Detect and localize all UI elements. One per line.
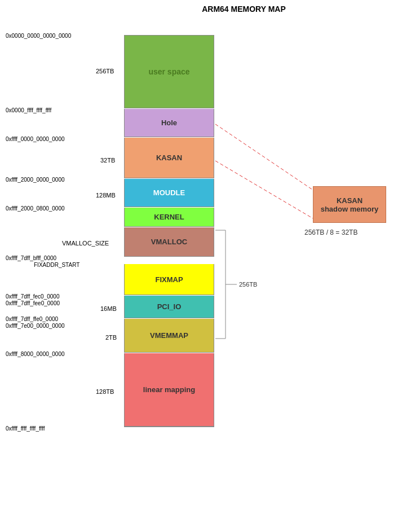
block-hole: Hole [124,109,214,137]
block-fixmap: FIXMAP [124,264,214,295]
addr-linear-bottom: 0xffff_ffff_ffff_ffff [6,425,45,432]
addr-linear-top: 0xffff_8000_0000_0000 [6,351,65,357]
svg-line-6 [215,161,316,220]
block-kernel: KERNEL [124,208,214,227]
addr-moudle-top: 0xffff_2000_0000_0000 [6,177,65,183]
block-user-space: user space [124,35,214,108]
size-128mb: 128MB [96,192,116,199]
addr-fixaddr-start: FIXADDR_START [34,262,79,268]
kasan-shadow-box: KASAN shadow memory [313,186,386,223]
addr-hole-top: 0x0000_ffff_ffff_ffff [6,107,51,113]
block-kasan: KASAN [124,138,214,178]
block-moudle: MOUDLE [124,179,214,207]
size-256tb-user: 256TB [96,68,114,74]
page-title: ARM64 MEMORY MAP [68,5,420,14]
size-16mb: 16MB [100,305,117,312]
addr-kasan-top: 0xffff_0000_0000_0000 [6,136,65,142]
addr-kernel-top: 0xffff_2000_0800_0000 [6,205,65,212]
block-pciio: PCI_IO [124,296,214,318]
block-vmalloc: VMALLOC [124,227,214,257]
addr-pciio-top2: 0xffff_7dff_fee0_0000 [6,300,60,306]
block-linear: linear mapping [124,353,214,427]
svg-line-5 [215,124,316,192]
addr-0: 0x0000_0000_0000_0000 [6,33,71,39]
block-vmemmap: VMEMMAP [124,319,214,353]
size-32tb: 32TB [100,157,115,164]
svg-text:256TB: 256TB [239,281,257,288]
addr-vmemmap-top2: 0xffff_7e00_0000_0000 [6,323,65,329]
block-bottom-border [124,427,214,427]
size-2tb: 2TB [105,334,117,341]
addr-vmemmap-top1: 0xffff_7dff_ffe0_0000 [6,316,58,322]
addr-pciio-top1: 0xffff_7dff_fec0_0000 [6,293,59,300]
size-vmalloc: VMALLOC_SIZE [62,240,109,247]
diagram-container: 256TB 0x0000_0000_0000_0000 user space 2… [0,17,420,502]
size-128tb: 128TB [96,388,114,395]
kasan-formula: 256TB / 8 = 32TB [304,229,357,236]
addr-fixmap-top: 0xffff_7dff_bfff_0000 [6,255,56,261]
